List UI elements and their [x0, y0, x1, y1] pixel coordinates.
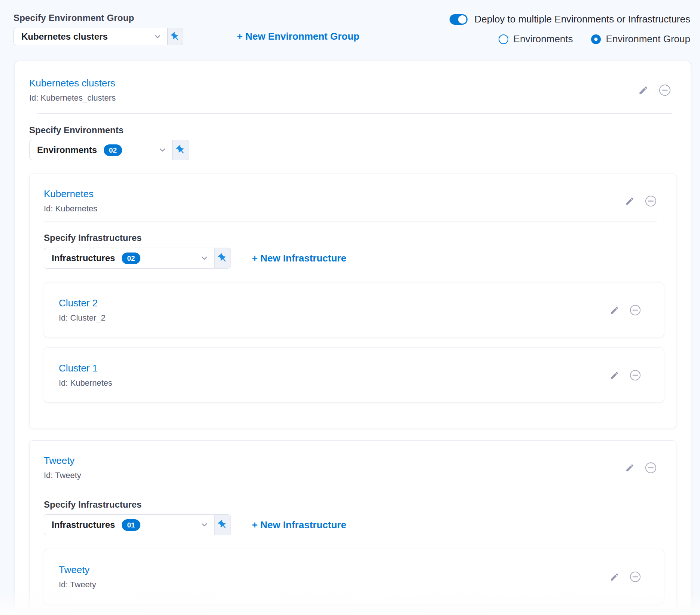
remove-button[interactable] [645, 195, 657, 207]
deploy-multiple-toggle[interactable] [450, 14, 468, 25]
infrastructure-title[interactable]: Cluster 2 [59, 297, 106, 309]
chevron-down-icon [200, 254, 209, 263]
infrastructure-header-text: Cluster 2 Id: Cluster_2 [59, 297, 106, 323]
infrastructure-title[interactable]: Tweety [59, 564, 96, 575]
pencil-icon [610, 572, 619, 582]
deploy-options: Deploy to multiple Environments or Infra… [450, 13, 690, 45]
infrastructures-dropdown[interactable]: Infrastructures 02 [44, 248, 231, 269]
radio-environment-group-label: Environment Group [606, 33, 690, 45]
remove-button[interactable] [630, 571, 641, 582]
infrastructure-actions [610, 571, 641, 582]
environments-dropdown-field[interactable]: Environments 02 [29, 140, 172, 160]
new-infrastructure-link[interactable]: + New Infrastructure [252, 253, 346, 264]
edit-button[interactable] [610, 371, 619, 380]
group-actions [638, 84, 671, 96]
deploy-multiple-toggle-label: Deploy to multiple Environments or Infra… [474, 13, 690, 25]
radio-environments-label: Environments [514, 33, 573, 45]
chevron-down-icon [200, 520, 209, 529]
environment-group-dropdown-value: Kubernetes clusters [21, 31, 108, 42]
environment-actions [625, 195, 657, 207]
toggle-knob [458, 15, 466, 24]
pin-button[interactable] [214, 248, 231, 269]
minus-circle-icon [645, 462, 657, 474]
group-title[interactable]: Kubernetes clusters [29, 77, 116, 89]
environment-card: Tweety Id: Tweety Specify Infrastructure… [29, 440, 676, 615]
edit-button[interactable] [610, 572, 619, 582]
environment-title[interactable]: Tweety [44, 455, 81, 466]
edit-button[interactable] [625, 463, 634, 472]
environment-card: Kubernetes Id: Kubernetes Specify Infras… [29, 174, 676, 428]
specify-infrastructures-label: Specify Infrastructures [44, 499, 676, 510]
minus-circle-icon [630, 571, 641, 582]
environment-header-text: Tweety Id: Tweety [44, 455, 81, 480]
infrastructures-dropdown-value: Infrastructures [52, 253, 115, 263]
radio-environments[interactable]: Environments [499, 33, 573, 45]
pin-button[interactable] [172, 140, 189, 160]
pin-icon [217, 520, 228, 530]
environment-header-text: Kubernetes Id: Kubernetes [44, 188, 97, 214]
infrastructure-title[interactable]: Cluster 1 [59, 362, 112, 374]
pencil-icon [625, 196, 634, 206]
specify-infrastructures-label: Specify Infrastructures [44, 233, 676, 243]
pin-icon [217, 253, 228, 263]
environments-dropdown[interactable]: Environments 02 [29, 140, 691, 160]
pin-icon [176, 145, 186, 155]
infrastructure-id: Id: Tweety [59, 580, 96, 590]
specify-environments-label: Specify Environments [29, 125, 691, 135]
pencil-icon [610, 371, 619, 380]
infrastructure-id: Id: Cluster_2 [59, 313, 106, 323]
divider [44, 488, 657, 488]
divider [37, 113, 672, 114]
minus-circle-icon [630, 370, 641, 381]
group-header-text: Kubernetes clusters Id: Kubernetes_clust… [29, 77, 116, 103]
environment-group-dropdown-field[interactable]: Kubernetes clusters [13, 28, 167, 45]
infrastructures-dropdown-value: Infrastructures [52, 520, 115, 530]
pencil-icon [638, 85, 648, 95]
top-bar: Specify Environment Group Kubernetes clu… [0, 0, 700, 45]
infrastructures-count-badge: 01 [122, 519, 140, 531]
environment-group-label: Specify Environment Group [13, 13, 359, 23]
environment-id: Id: Kubernetes [44, 204, 97, 214]
infrastructure-header-text: Cluster 1 Id: Kubernetes [59, 362, 112, 388]
infrastructures-count-badge: 02 [122, 253, 140, 264]
infrastructure-header-text: Tweety Id: Tweety [59, 564, 96, 590]
radio-environment-group[interactable]: Environment Group [591, 33, 690, 45]
group-header: Kubernetes clusters Id: Kubernetes_clust… [15, 77, 691, 103]
edit-button[interactable] [625, 196, 634, 206]
radio-checked-icon[interactable] [591, 34, 601, 44]
group-id: Id: Kubernetes_clusters [29, 93, 116, 103]
environment-header: Tweety Id: Tweety [30, 455, 676, 480]
new-environment-group-link[interactable]: + New Environment Group [237, 31, 359, 42]
infrastructures-dropdown[interactable]: Infrastructures 01 [44, 514, 231, 535]
minus-circle-icon [630, 305, 641, 316]
pin-button[interactable] [214, 514, 231, 535]
chevron-down-icon [153, 32, 162, 41]
pin-button[interactable] [167, 28, 183, 45]
remove-button[interactable] [659, 84, 671, 96]
pencil-icon [625, 463, 634, 472]
infrastructure-card: Tweety Id: Tweety [44, 549, 664, 604]
minus-circle-icon [659, 84, 671, 96]
remove-button[interactable] [630, 370, 641, 381]
edit-button[interactable] [638, 85, 648, 95]
remove-button[interactable] [630, 305, 641, 316]
environment-actions [625, 462, 657, 474]
environment-header: Kubernetes Id: Kubernetes [30, 188, 676, 214]
radio-unchecked-icon[interactable] [499, 34, 508, 44]
environment-group-dropdown[interactable]: Kubernetes clusters [13, 28, 183, 45]
minus-circle-icon [645, 195, 657, 207]
new-infrastructure-link[interactable]: + New Infrastructure [252, 519, 346, 531]
environments-dropdown-value: Environments [37, 145, 97, 155]
chevron-down-icon [158, 146, 167, 154]
environment-title[interactable]: Kubernetes [44, 188, 97, 199]
infrastructure-actions [610, 305, 641, 316]
environments-count-badge: 02 [104, 144, 122, 156]
infrastructure-id: Id: Kubernetes [59, 378, 112, 388]
infrastructure-card: Cluster 1 Id: Kubernetes [44, 347, 664, 403]
pin-icon [170, 32, 180, 42]
infrastructures-dropdown-field[interactable]: Infrastructures 02 [44, 248, 214, 269]
remove-button[interactable] [645, 462, 657, 474]
infrastructure-actions [610, 370, 641, 381]
infrastructures-dropdown-field[interactable]: Infrastructures 01 [44, 514, 214, 535]
edit-button[interactable] [610, 306, 619, 315]
